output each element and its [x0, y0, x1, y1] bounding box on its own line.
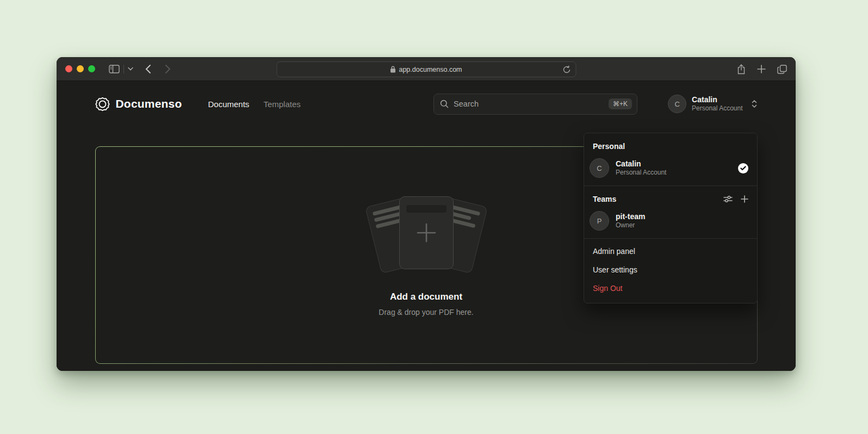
- url-text: app.documenso.com: [399, 66, 462, 73]
- lock-icon: [390, 66, 395, 73]
- menu-divider: [584, 238, 757, 239]
- back-button[interactable]: [145, 64, 151, 74]
- documenso-seal-logo-icon: [95, 97, 110, 111]
- brand-name: Documenso: [116, 97, 182, 110]
- search-input[interactable]: Search ⌘+K: [433, 94, 637, 115]
- toolbar-divider: [123, 65, 124, 73]
- teams-section-label: Teams: [593, 195, 616, 203]
- minimize-window-button[interactable]: [77, 65, 84, 72]
- sidebar-toggle-icon[interactable]: [109, 65, 120, 73]
- personal-section-label: Personal: [584, 137, 757, 154]
- manage-teams-icon[interactable]: [723, 195, 733, 203]
- personal-account-item[interactable]: C Catalin Personal Account: [584, 154, 757, 182]
- document-card-center: [399, 196, 454, 269]
- browser-window: app.documenso.com: [57, 57, 796, 371]
- document-stack-illustration: [364, 194, 489, 275]
- close-window-button[interactable]: [65, 65, 72, 72]
- account-type: Personal Account: [692, 104, 742, 113]
- team-item[interactable]: P pit-team Owner: [584, 207, 757, 235]
- account-name: Catalin: [692, 95, 742, 105]
- zoom-window-button[interactable]: [88, 65, 95, 72]
- new-tab-icon[interactable]: [757, 65, 766, 73]
- create-team-icon[interactable]: [741, 195, 748, 203]
- item-subtitle: Owner: [616, 221, 645, 230]
- item-name: pit-team: [616, 212, 645, 221]
- menu-item-sign-out[interactable]: Sign Out: [584, 279, 757, 297]
- dropzone-subtitle: Drag & drop your PDF here.: [379, 308, 473, 317]
- dropzone-title: Add a document: [390, 292, 462, 302]
- avatar: P: [590, 211, 609, 231]
- search-placeholder: Search: [454, 100, 479, 108]
- app-header: Documenso Documents Templates Search ⌘+K…: [95, 93, 758, 115]
- menu-item-admin-panel[interactable]: Admin panel: [584, 242, 757, 261]
- item-name: Catalin: [616, 159, 666, 169]
- search-shortcut-badge: ⌘+K: [609, 98, 632, 109]
- plus-icon: [400, 197, 453, 269]
- desktop-background: app.documenso.com: [0, 0, 868, 434]
- teams-section-header: Teams: [584, 189, 757, 207]
- browser-toolbar: app.documenso.com: [57, 57, 796, 81]
- traffic-lights: [65, 65, 95, 72]
- menu-item-user-settings[interactable]: User settings: [584, 261, 757, 279]
- avatar: C: [668, 95, 686, 113]
- app-page: Documenso Documents Templates Search ⌘+K…: [57, 93, 796, 371]
- selected-check-icon: [738, 163, 748, 173]
- avatar: C: [590, 158, 609, 178]
- reload-icon[interactable]: [562, 65, 571, 74]
- tab-overview-icon[interactable]: [777, 65, 787, 74]
- nav-templates[interactable]: Templates: [263, 100, 300, 109]
- share-icon[interactable]: [737, 64, 746, 75]
- forward-button[interactable]: [165, 64, 171, 74]
- primary-nav: Documents Templates: [208, 100, 301, 109]
- menu-divider: [584, 185, 757, 186]
- account-menu-button[interactable]: C Catalin Personal Account: [668, 95, 757, 113]
- account-dropdown-menu: Personal C Catalin Personal Account Team…: [584, 133, 758, 303]
- chevron-down-icon[interactable]: [128, 67, 133, 71]
- url-bar[interactable]: app.documenso.com: [276, 61, 576, 77]
- chevron-up-down-icon: [751, 100, 758, 108]
- item-subtitle: Personal Account: [616, 169, 666, 177]
- search-icon: [440, 100, 449, 108]
- nav-documents[interactable]: Documents: [208, 100, 250, 109]
- brand[interactable]: Documenso: [95, 97, 182, 111]
